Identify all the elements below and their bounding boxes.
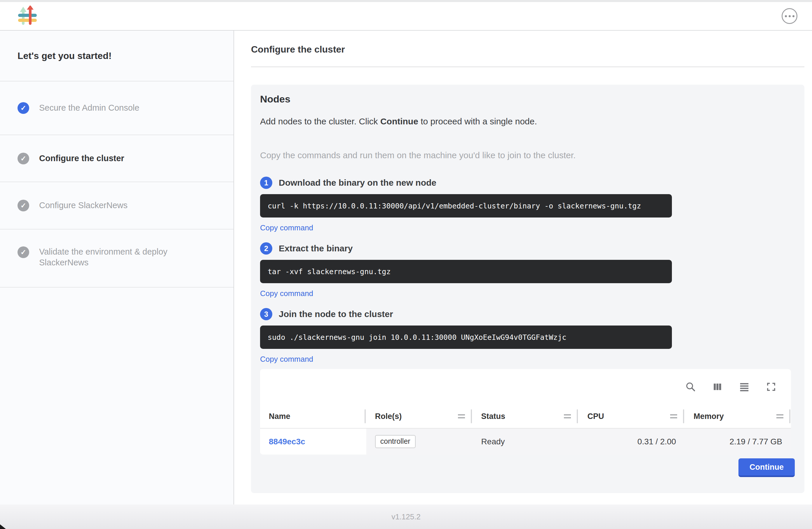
view-columns-icon[interactable]: [712, 381, 723, 393]
column-separator[interactable]: [365, 409, 366, 423]
cursor-artifact: [0, 524, 6, 529]
app-header: [0, 2, 812, 31]
role-chip: controller: [375, 435, 416, 448]
table-header-row: Name Role(s) Status: [260, 405, 791, 428]
step-number-badge: 3: [260, 308, 272, 320]
sidebar-step-label: Configure SlackerNews: [39, 200, 128, 211]
setup-steps-sidebar: Let's get you started! ✓ Secure the Admi…: [0, 31, 234, 504]
column-header-name[interactable]: Name: [260, 405, 366, 428]
cell-node-memory: 2.19 / 7.77 GB: [685, 429, 791, 455]
ellipsis-dot: [789, 15, 791, 17]
column-menu-icon[interactable]: [670, 414, 677, 418]
title-divider: [251, 67, 804, 67]
column-header-label: CPU: [587, 412, 604, 421]
card-actions: Continue: [738, 458, 795, 477]
nodes-card-title: Nodes: [260, 94, 795, 105]
column-menu-icon[interactable]: [777, 414, 783, 418]
check-circle-icon: ✓: [17, 102, 29, 114]
step-heading: 1 Download the binary on the new node: [260, 177, 795, 189]
step-title: Extract the binary: [279, 243, 352, 253]
column-separator[interactable]: [789, 409, 791, 423]
cell-node-status: Ready: [473, 429, 579, 455]
sidebar-step-label: Configure the cluster: [39, 153, 124, 164]
copy-commands-instruction: Copy the commands and run them on the ma…: [260, 151, 795, 160]
command-text: curl -k https://10.0.0.11:30000/api/v1/e…: [267, 202, 641, 210]
search-icon[interactable]: [685, 381, 696, 393]
step-title: Join the node to the cluster: [279, 309, 393, 319]
admin-console-page: Let's get you started! ✓ Secure the Admi…: [0, 0, 812, 529]
copy-command-link[interactable]: Copy command: [260, 355, 313, 364]
command-text: sudo ./slackernews-gnu join 10.0.0.11:30…: [267, 333, 567, 342]
sidebar-step-secure-admin-console: ✓ Secure the Admin Console: [0, 82, 233, 135]
app-footer: v1.125.2: [0, 504, 812, 529]
column-header-label: Status: [481, 412, 506, 421]
sidebar-step-validate-deploy: ✓ Validate the environment & deploy Slac…: [0, 229, 233, 288]
check-circle-icon: ✓: [17, 200, 29, 211]
step-2-extract-binary: 2 Extract the binary tar -xvf slackernew…: [260, 242, 795, 298]
nodes-intro-text: Add nodes to the cluster. Click Continue…: [260, 116, 795, 126]
copy-command-link[interactable]: Copy command: [260, 223, 313, 232]
cell-node-cpu: 0.31 / 2.00: [579, 429, 685, 455]
command-text: tar -xvf slackernews-gnu.tgz: [267, 268, 391, 276]
continue-button[interactable]: Continue: [738, 458, 795, 477]
density-icon[interactable]: [738, 381, 750, 393]
nodes-table-card: Name Role(s) Status: [260, 369, 791, 455]
column-header-memory[interactable]: Memory: [685, 405, 791, 428]
column-header-label: Name: [269, 412, 290, 421]
main-content: Configure the cluster Nodes Add nodes to…: [234, 31, 812, 504]
fullscreen-icon[interactable]: [765, 381, 777, 393]
slackernews-logo-icon: [18, 5, 38, 27]
cell-node-name: 8849ec3c: [260, 429, 366, 455]
column-header-label: Memory: [694, 412, 724, 421]
check-circle-icon: ✓: [17, 153, 29, 165]
step-title: Download the binary on the new node: [279, 178, 436, 188]
command-code-block: tar -xvf slackernews-gnu.tgz: [260, 260, 672, 283]
body-row: Let's get you started! ✓ Secure the Admi…: [0, 31, 812, 504]
table-toolbar: [260, 369, 791, 405]
column-menu-icon[interactable]: [564, 414, 571, 418]
step-number-badge: 1: [260, 177, 272, 189]
sidebar-step-label: Validate the environment & deploy Slacke…: [39, 246, 197, 268]
command-code-block: curl -k https://10.0.0.11:30000/api/v1/e…: [260, 194, 672, 217]
column-header-status[interactable]: Status: [473, 405, 579, 428]
window-top-strip: [0, 0, 812, 2]
sidebar-step-configure-cluster: ✓ Configure the cluster: [0, 135, 233, 182]
step-number-badge: 2: [260, 242, 272, 255]
column-separator[interactable]: [471, 409, 472, 423]
page-title: Configure the cluster: [251, 44, 804, 55]
nodes-card: Nodes Add nodes to the cluster. Click Co…: [251, 85, 804, 493]
ellipsis-menu-button[interactable]: [782, 8, 797, 24]
sidebar-step-label: Secure the Admin Console: [39, 102, 139, 113]
version-label: v1.125.2: [391, 512, 421, 521]
copy-command-link[interactable]: Copy command: [260, 289, 313, 298]
column-header-cpu[interactable]: CPU: [579, 405, 685, 428]
step-3-join-node: 3 Join the node to the cluster sudo ./sl…: [260, 308, 795, 364]
sidebar-step-configure-slackernews: ✓ Configure SlackerNews: [0, 182, 233, 229]
step-heading: 2 Extract the binary: [260, 242, 795, 255]
sidebar-title: Let's get you started!: [0, 31, 233, 82]
column-separator[interactable]: [683, 409, 684, 423]
step-heading: 3 Join the node to the cluster: [260, 308, 795, 320]
column-header-roles[interactable]: Role(s): [366, 405, 473, 428]
ellipsis-dot: [785, 15, 787, 17]
column-separator[interactable]: [577, 409, 578, 423]
ellipsis-dot: [793, 15, 795, 17]
column-menu-icon[interactable]: [458, 414, 465, 418]
command-code-block: sudo ./slackernews-gnu join 10.0.0.11:30…: [260, 326, 672, 349]
column-header-label: Role(s): [375, 412, 402, 421]
table-row: 8849ec3c controller Ready 0.31 / 2.00 2.…: [260, 428, 791, 455]
step-1-download-binary: 1 Download the binary on the new node cu…: [260, 177, 795, 232]
node-name-link[interactable]: 8849ec3c: [269, 437, 305, 446]
check-circle-icon: ✓: [17, 246, 29, 258]
cell-node-roles: controller: [366, 429, 473, 455]
